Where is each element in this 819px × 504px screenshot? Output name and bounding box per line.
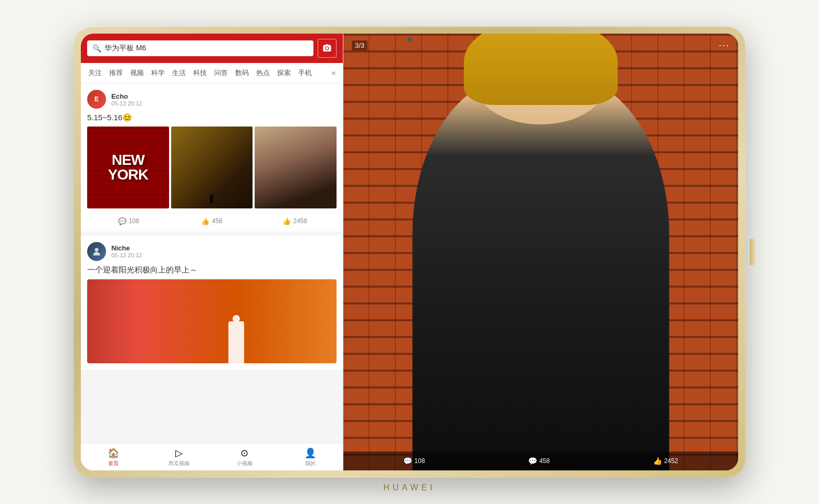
tab-follow[interactable]: 关注 bbox=[85, 63, 105, 83]
shortvideo-icon: ⊙ bbox=[240, 447, 248, 459]
photo-wide[interactable] bbox=[87, 279, 337, 363]
viewer-comment-icon: 💬 bbox=[403, 457, 412, 465]
person-silhouette bbox=[228, 321, 244, 363]
post-meta-1: Echo 05-13 20:12 bbox=[111, 92, 142, 107]
brand-label: HUAWEI bbox=[383, 483, 435, 492]
home-icon: 🏠 bbox=[108, 447, 119, 459]
newyork-text: NEWYORK bbox=[108, 153, 148, 182]
viewer-like-icon: 👍 bbox=[653, 457, 662, 465]
post-content-2: 一个迎着阳光积极向上的早上～ bbox=[87, 265, 337, 275]
camera-publish-button[interactable] bbox=[318, 39, 337, 58]
camera-dot bbox=[407, 37, 412, 41]
bottom-nav-mine[interactable]: 👤 我的 bbox=[277, 444, 343, 470]
search-bar: 🔍 华为平板 M6 bbox=[81, 34, 343, 63]
menu-icon[interactable]: ≡ bbox=[328, 64, 339, 82]
viewer-reply-count: 458 bbox=[539, 457, 550, 465]
tab-hot[interactable]: 热点 bbox=[253, 63, 273, 83]
viewer-reply-icon: 💬 bbox=[528, 457, 537, 465]
post-interactions-1: 💬 108 👍 458 👍 2458 bbox=[87, 213, 337, 225]
feed-content: E Echo 05-13 20:12 5.15~5.16😊 NEWYORK bbox=[81, 83, 343, 443]
search-icon: 🔍 bbox=[92, 44, 101, 52]
tab-digital[interactable]: 数码 bbox=[232, 63, 252, 83]
tab-phone[interactable]: 手机 bbox=[295, 63, 315, 83]
screen-content: 🔍 华为平板 M6 关注 推荐 视频 科学 bbox=[81, 34, 738, 470]
bottom-nav-home[interactable]: 🏠 首页 bbox=[81, 444, 146, 470]
post-header-1: E Echo 05-13 20:12 bbox=[87, 90, 337, 109]
right-panel-viewer: 3/3 ··· 💬 108 💬 458 bbox=[343, 34, 738, 470]
left-panel-app: 🔍 华为平板 M6 关注 推荐 视频 科学 bbox=[81, 34, 343, 470]
tab-science[interactable]: 科学 bbox=[148, 63, 168, 83]
tab-explore[interactable]: 探索 bbox=[274, 63, 294, 83]
viewer-footer: 💬 108 💬 458 👍 2452 bbox=[343, 452, 738, 470]
photo-girl-small[interactable] bbox=[255, 127, 337, 208]
post-time-1: 05-13 20:12 bbox=[111, 100, 142, 107]
post-content-1: 5.15~5.16😊 bbox=[87, 113, 337, 122]
xigua-icon: ▷ bbox=[175, 447, 183, 459]
post-card-2: Niche 05-13 20:12 一个迎着阳光积极向上的早上～ bbox=[81, 236, 343, 370]
like-icon-1: 👍 bbox=[201, 217, 209, 225]
mine-label: 我的 bbox=[305, 460, 316, 467]
girl-figure bbox=[413, 77, 669, 470]
avatar-echo: E bbox=[87, 90, 106, 109]
bottom-navigation: 🏠 首页 ▷ 西瓜视频 ⊙ 小视频 👤 我的 bbox=[81, 443, 343, 470]
viewer-comment[interactable]: 💬 108 bbox=[403, 457, 425, 465]
viewer-like[interactable]: 👍 2452 bbox=[653, 457, 678, 465]
nav-tabs: 关注 推荐 视频 科学 生活 科技 问答 数码 热点 探索 手机 ≡ bbox=[81, 63, 343, 83]
post-card-1: E Echo 05-13 20:12 5.15~5.16😊 NEWYORK bbox=[81, 83, 343, 232]
tab-recommend[interactable]: 推荐 bbox=[106, 63, 126, 83]
bottom-nav-shortvideo[interactable]: ⊙ 小视频 bbox=[212, 444, 278, 470]
search-input[interactable]: 华为平板 M6 bbox=[104, 44, 308, 53]
person-figure bbox=[223, 279, 249, 363]
share-icon-1: 👍 bbox=[282, 217, 291, 225]
tab-video[interactable]: 视频 bbox=[127, 63, 147, 83]
photo-grid-1: NEWYORK bbox=[87, 127, 337, 208]
like-num-1: 458 bbox=[212, 217, 222, 225]
search-input-wrapper[interactable]: 🔍 华为平板 M6 bbox=[87, 40, 313, 56]
comment-count-1[interactable]: 💬 108 bbox=[87, 217, 170, 225]
home-label: 首页 bbox=[108, 460, 119, 467]
viewer-comment-count: 108 bbox=[414, 457, 425, 465]
tab-life[interactable]: 生活 bbox=[169, 63, 189, 83]
viewer-reply[interactable]: 💬 458 bbox=[528, 457, 550, 465]
comment-icon-1: 💬 bbox=[118, 217, 127, 225]
photo-stairs[interactable] bbox=[171, 127, 253, 208]
tab-qa[interactable]: 问答 bbox=[211, 63, 231, 83]
photo-newyork[interactable]: NEWYORK bbox=[87, 127, 169, 208]
share-num-1: 2458 bbox=[293, 217, 307, 225]
post-author-2: Niche bbox=[111, 244, 142, 252]
viewer-like-count: 2452 bbox=[664, 457, 678, 465]
xigua-label: 西瓜视频 bbox=[169, 460, 190, 467]
share-count-1[interactable]: 👍 2458 bbox=[254, 217, 337, 225]
shortvideo-label: 小视频 bbox=[237, 460, 253, 467]
tab-tech[interactable]: 科技 bbox=[190, 63, 210, 83]
main-photo[interactable] bbox=[343, 34, 738, 470]
svg-point-0 bbox=[95, 248, 99, 251]
post-time-2: 05-13 20:12 bbox=[111, 252, 142, 258]
tablet-screen: 🔍 华为平板 M6 关注 推荐 视频 科学 bbox=[81, 34, 738, 470]
post-author-1: Echo bbox=[111, 92, 142, 100]
mine-icon: 👤 bbox=[304, 447, 316, 459]
power-button[interactable] bbox=[750, 239, 755, 265]
tablet-device: 🔍 华为平板 M6 关注 推荐 视频 科学 bbox=[74, 26, 746, 478]
post-meta-2: Niche 05-13 20:12 bbox=[111, 244, 142, 258]
bottom-nav-xigua[interactable]: ▷ 西瓜视频 bbox=[146, 444, 212, 470]
post-header-2: Niche 05-13 20:12 bbox=[87, 242, 337, 261]
comment-num-1: 108 bbox=[129, 217, 139, 225]
viewer-more-button[interactable]: ··· bbox=[719, 40, 730, 51]
avatar-niche bbox=[87, 242, 106, 261]
viewer-header: 3/3 ··· bbox=[343, 34, 738, 57]
like-count-1[interactable]: 👍 458 bbox=[170, 217, 253, 225]
viewer-counter: 3/3 bbox=[352, 40, 368, 50]
